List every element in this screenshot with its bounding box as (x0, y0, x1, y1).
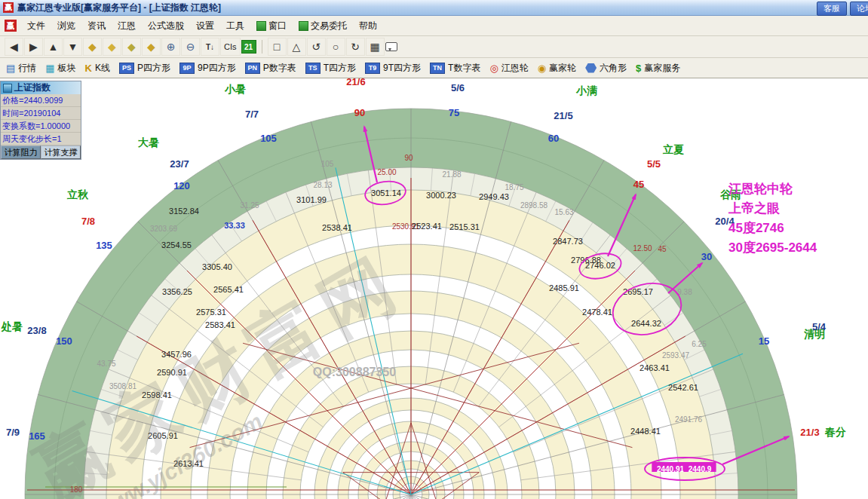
sectors-button[interactable]: ▦板块 (45, 62, 75, 75)
menu-item-资讯[interactable]: 资讯 (81, 17, 112, 35)
menu-item-江恩[interactable]: 江恩 (112, 17, 142, 35)
rotate-right-tool-icon[interactable]: ↻ (346, 38, 365, 56)
window-title: 赢家江恩专业版[赢家服务平台] - [上证指数 江恩轮] (17, 2, 221, 14)
wheel-label: 2583.41 (205, 320, 235, 329)
9t-square-label: 9T四方形 (383, 62, 421, 75)
gann-annotation-text: 江恩轮中轮上帝之眼45度274630度2695-2644 (728, 179, 817, 258)
calendar-icon[interactable]: 21 (241, 40, 256, 54)
wheel-label: 2746.02 (585, 261, 615, 270)
menu-item-文件[interactable]: 文件 (21, 17, 51, 35)
wheel-label: 23/7 (170, 158, 189, 170)
wheel-label: 105 (260, 133, 277, 144)
pointer-down-icon[interactable]: ▼ (63, 38, 82, 56)
menu-item-交易委托[interactable]: 交易委托 (293, 17, 353, 35)
app-logo-icon: 赢 (3, 2, 14, 13)
titlebar-button-forum[interactable]: 论坛 (850, 2, 868, 16)
wheel-label: 5/5 (647, 158, 661, 170)
wheel-label: 21/5 (554, 110, 572, 121)
menu-item-设置[interactable]: 设置 (190, 17, 220, 35)
kline-label: K线 (95, 62, 110, 75)
rotate-left-tool-icon[interactable]: ↺ (307, 38, 326, 56)
rect-tool-icon[interactable]: □ (268, 38, 287, 56)
forward-icon[interactable]: ▶ (24, 38, 43, 56)
app-logo-icon-small: 赢 (5, 20, 17, 32)
calc-resistance-button[interactable]: 计算阻力 (1, 145, 41, 159)
ellipse-tool-icon[interactable]: ○ (327, 38, 345, 56)
diamond-4-icon[interactable]: ◆ (142, 38, 161, 56)
wheel-label: 2593.47 (662, 351, 690, 360)
9p-square-button[interactable]: 9P9P四方形 (179, 62, 236, 75)
kline-button[interactable]: KK线 (85, 62, 110, 75)
wheel-label: 43.75 (97, 360, 115, 368)
wheel-label: 小满 (575, 84, 597, 96)
info-panel-title: 上证指数 (1, 81, 81, 94)
9p-square-icon: 9P (179, 63, 195, 74)
winner-service-label: 赢家服务 (644, 62, 680, 75)
menu-item-公式选股[interactable]: 公式选股 (142, 17, 190, 35)
wheel-label: 21.88 (442, 170, 461, 179)
wheel-label: 120 (173, 180, 190, 191)
menu-item-帮助[interactable]: 帮助 (353, 17, 383, 35)
diamond-3-icon[interactable]: ◆ (122, 38, 141, 56)
diamond-1-icon[interactable]: ◆ (83, 38, 102, 56)
wheel-label: 90 (354, 107, 365, 118)
winner-service-button[interactable]: $赢家服务 (636, 62, 680, 75)
wheel-label: 6.25 (692, 340, 707, 348)
wheel-label: 45 (658, 245, 667, 253)
chart-area[interactable]: 小暑小满大暑立夏立秋谷雨处暑清明春分7/75/621/523/720/423/8… (0, 78, 868, 499)
menu-item-工具[interactable]: 工具 (220, 17, 250, 35)
wheel-label: 2644.32 (631, 319, 661, 328)
wheel-label: 3152.84 (169, 207, 199, 216)
winner-service-icon: $ (636, 63, 641, 73)
cls-icon[interactable]: CIs (220, 38, 241, 56)
wheel-label: 2515.31 (449, 222, 480, 231)
p-square-button[interactable]: PSP四方形 (119, 62, 170, 75)
pointer-up-icon[interactable]: ▲ (44, 38, 63, 56)
calc-support-button[interactable]: 计算支撑 (41, 145, 81, 159)
zoom-in-icon[interactable]: ⊕ (161, 38, 180, 56)
t-number-table-button[interactable]: TNT数字表 (430, 62, 480, 75)
wheel-label: 75 (449, 107, 459, 118)
titlebar-buttons: 客服论坛 (817, 2, 866, 16)
p-number-table-button[interactable]: PNP数字表 (245, 62, 296, 75)
sort-tool-icon[interactable]: T↓ (201, 38, 219, 56)
triangle-tool-icon[interactable]: △ (287, 38, 306, 56)
back-icon[interactable]: ◀ (5, 38, 23, 56)
menu-item-窗口[interactable]: 窗口 (250, 17, 293, 35)
wheel-label: 春分 (824, 426, 846, 438)
wheel-label: 33.33 (224, 221, 245, 230)
move-tool-icon[interactable]: ▦ (366, 38, 385, 56)
sectors-icon: ▦ (45, 63, 54, 73)
gann-wheel[interactable]: 小暑小满大暑立夏立秋谷雨处暑清明春分7/75/621/523/720/423/8… (0, 78, 868, 499)
wheel-label: 165 (29, 430, 45, 442)
p-square-label: P四方形 (137, 62, 170, 75)
wheel-label: 31.25 (240, 201, 259, 210)
menu-item-浏览[interactable]: 浏览 (51, 17, 81, 35)
wheel-label: 21/3 (800, 427, 819, 438)
info-row-3: 周天变化步长=1 (1, 133, 81, 145)
t-square-button[interactable]: TST四方形 (305, 62, 356, 75)
t-square-label: T四方形 (324, 62, 356, 75)
quotes-button[interactable]: ▤行情 (6, 62, 36, 75)
wheel-label: 立秋 (66, 188, 89, 201)
wheel-label: 28.13 (313, 181, 332, 189)
9t-square-button[interactable]: T99T四方形 (365, 62, 421, 75)
menu-items: 文件浏览资讯江恩公式选股设置工具窗口交易委托帮助 (21, 17, 383, 35)
p-number-table-icon: PN (245, 63, 260, 74)
wheel-label: 小暑 (224, 83, 246, 95)
gann-wheel-button[interactable]: ◎江恩轮 (489, 62, 528, 75)
info-row-2: 变换系数=1.00000 (1, 120, 81, 133)
wheel-label: 2491.76 (675, 415, 703, 424)
info-panel: 上证指数 价格=2440.9099时间=20190104变换系数=1.00000… (0, 81, 81, 160)
p-square-icon: PS (119, 63, 134, 74)
winner-wheel-button[interactable]: ◉赢家轮 (538, 62, 576, 75)
diamond-2-icon[interactable]: ◆ (103, 38, 121, 56)
annotation-line-2: 45度2746 (728, 219, 817, 238)
winner-wheel-icon: ◉ (538, 63, 546, 73)
zoom-out-icon[interactable]: ⊖ (181, 38, 200, 56)
callout-tool-icon[interactable] (385, 42, 397, 51)
wheel-label: 18.75 (505, 183, 523, 191)
titlebar-button-service[interactable]: 客服 (817, 2, 847, 16)
hexagon-button[interactable]: 六角形 (585, 62, 627, 75)
info-row-1: 时间=20190104 (1, 107, 81, 120)
